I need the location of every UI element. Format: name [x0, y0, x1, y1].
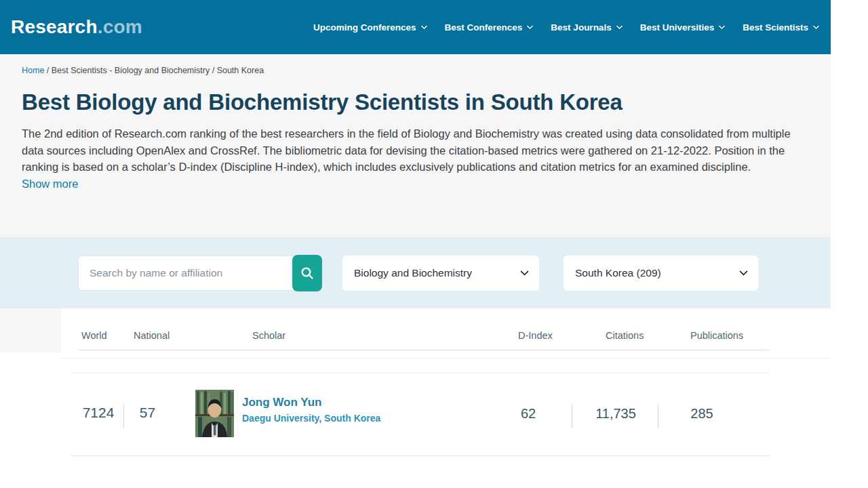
nav-item-label: Upcoming Conferences — [313, 22, 416, 33]
national-rank-value: 57 — [129, 405, 166, 421]
divider — [61, 358, 831, 359]
logo-main: Research — [11, 16, 98, 37]
country-select[interactable]: South Korea (209) — [564, 256, 758, 291]
nav-item-best-universities[interactable]: Best Universities — [640, 22, 725, 33]
column-header-publications: Publications — [690, 330, 743, 341]
nav-item-best-scientists[interactable]: Best Scientists — [743, 22, 818, 33]
chevron-down-icon — [520, 267, 529, 276]
world-rank-value: 7124 — [76, 405, 121, 421]
divider — [78, 350, 770, 350]
breadcrumb-section: Best Scientists - Biology and Biochemist… — [52, 66, 210, 75]
nav-item-label: Best Scientists — [743, 22, 808, 33]
column-header-world: World — [81, 330, 107, 341]
scholar-affiliation: Daegu University, South Korea — [242, 413, 380, 424]
chevron-down-icon — [527, 22, 534, 29]
nav-links: Upcoming Conferences Best Conferences Be… — [313, 22, 818, 33]
nav-item-best-conferences[interactable]: Best Conferences — [445, 22, 533, 33]
divider — [572, 404, 572, 428]
search-group — [78, 255, 322, 291]
column-header-d-index: D-Index — [518, 330, 553, 341]
logo-suffix: .com — [98, 16, 142, 37]
chevron-down-icon — [719, 22, 726, 29]
divider — [123, 404, 124, 428]
show-more-link[interactable]: Show more — [22, 178, 78, 190]
scholar-photo[interactable] — [195, 390, 234, 437]
chevron-down-icon — [616, 22, 623, 29]
citations-value: 11,735 — [585, 406, 646, 422]
publications-value: 285 — [678, 406, 726, 422]
divider — [71, 455, 770, 456]
column-header-scholar: Scholar — [252, 330, 285, 341]
page-title: Best Biology and Biochemistry Scientists… — [22, 89, 810, 115]
divider — [71, 373, 770, 373]
scholar-name-link[interactable]: Jong Won Yun — [242, 396, 321, 409]
nav-item-label: Best Conferences — [445, 22, 523, 33]
chevron-down-icon — [420, 22, 427, 29]
search-input[interactable] — [78, 256, 296, 291]
page: Research.com Upcoming Conferences Best C… — [0, 0, 868, 488]
discipline-select[interactable]: Biology and Biochemistry — [342, 256, 539, 291]
column-header-national: National — [134, 330, 170, 341]
nav-item-best-journals[interactable]: Best Journals — [551, 22, 621, 33]
search-button[interactable] — [292, 255, 322, 291]
discipline-selected-value: Biology and Biochemistry — [354, 267, 472, 279]
page-header-section: Home / Best Scientists - Biology and Bio… — [0, 54, 831, 237]
page-description: The 2nd edition of Research.com ranking … — [22, 125, 791, 176]
breadcrumb-separator: / — [210, 66, 216, 75]
nav-item-label: Best Journals — [551, 22, 611, 33]
top-navigation: Research.com Upcoming Conferences Best C… — [0, 0, 831, 54]
breadcrumb-home-link[interactable]: Home — [22, 66, 44, 75]
logo[interactable]: Research.com — [11, 16, 142, 38]
breadcrumb: Home / Best Scientists - Biology and Bio… — [22, 66, 810, 75]
breadcrumb-separator: / — [44, 66, 51, 75]
chevron-down-icon — [739, 267, 748, 276]
divider — [658, 404, 658, 428]
chevron-down-icon — [813, 22, 820, 29]
background-strip — [0, 308, 61, 352]
search-icon — [300, 266, 315, 281]
column-header-citations: Citations — [606, 330, 644, 341]
nav-item-upcoming-conferences[interactable]: Upcoming Conferences — [313, 22, 427, 33]
filter-bar: Biology and Biochemistry South Korea (20… — [0, 237, 831, 308]
d-index-value: 62 — [509, 406, 548, 422]
country-selected-value: South Korea (209) — [575, 267, 661, 279]
breadcrumb-current: South Korea — [217, 66, 264, 75]
nav-item-label: Best Universities — [640, 22, 715, 33]
